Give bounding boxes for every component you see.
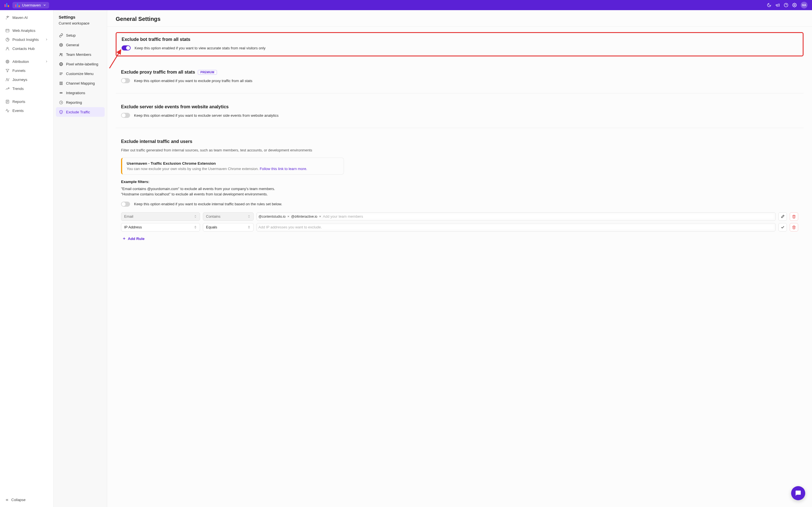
- nav-item-events[interactable]: Events: [2, 106, 51, 115]
- select-arrows-icon: [248, 215, 251, 218]
- subnav-label: Exclude Traffic: [66, 110, 90, 114]
- remove-tag-button[interactable]: ×: [319, 214, 321, 219]
- rule-row: IP Address Equals: [121, 223, 798, 231]
- nav-item-attribution[interactable]: Attribution: [2, 57, 51, 66]
- subnav-label: Customize Menu: [66, 72, 94, 76]
- nav-item-contacts-hub[interactable]: Contacts Hub: [2, 44, 51, 53]
- select-arrows-icon: [194, 215, 197, 218]
- primary-nav: Maven AIWeb AnalyticsProduct InsightsCon…: [0, 10, 54, 507]
- subnav-item-exclude-traffic[interactable]: Exclude Traffic: [56, 107, 105, 117]
- svg-point-8: [6, 60, 9, 63]
- subnav-title: Settings: [56, 15, 105, 21]
- nav-item-journeys[interactable]: Journeys: [2, 75, 51, 84]
- chat-fab[interactable]: [791, 486, 805, 500]
- shield-icon: [59, 110, 63, 114]
- chevron-down-icon: [43, 3, 46, 7]
- subnav-item-channel-mapping[interactable]: Channel Mapping: [56, 78, 105, 88]
- app-header: Usermaven MA: [0, 0, 812, 10]
- remove-tag-button[interactable]: ×: [287, 214, 289, 219]
- page-title: General Settings: [107, 10, 812, 26]
- settings-button[interactable]: [792, 3, 797, 7]
- rule-value-text-input[interactable]: [259, 225, 774, 229]
- setting-description: Keep this option enabled if you want to …: [134, 46, 266, 50]
- rule-operator-select[interactable]: Equals: [203, 223, 254, 231]
- select-arrows-icon: [194, 226, 197, 229]
- subnav-item-customize-menu[interactable]: Customize Menu: [56, 69, 105, 78]
- learn-more-link[interactable]: Follow this link to learn more.: [260, 167, 307, 171]
- svg-point-10: [7, 61, 7, 61]
- edit-rule-button[interactable]: [778, 212, 787, 221]
- setting-description: Keep this option enabled if you want to …: [134, 113, 278, 118]
- rule-value-input[interactable]: [257, 223, 775, 231]
- collapse-sidebar-button[interactable]: Collapse: [2, 496, 51, 504]
- subnav-item-team-members[interactable]: Team Members: [56, 50, 105, 59]
- sparkle-icon: [5, 15, 10, 20]
- extension-callout: Usermaven - Traffic Exclusion Chrome Ext…: [121, 158, 344, 175]
- subnav-label: Integrations: [66, 91, 85, 95]
- exclude-server-section: Exclude server side events from website …: [116, 100, 804, 123]
- subnav-label: Channel Mapping: [66, 81, 95, 86]
- nav-label: Product Insights: [12, 38, 39, 42]
- example-header: Example filters:: [121, 180, 798, 184]
- subnav-item-general[interactable]: General: [56, 40, 105, 50]
- user-avatar[interactable]: MA: [801, 2, 808, 8]
- rule-value-input[interactable]: @contentstudio.io×@d4interactive.io×: [257, 212, 775, 221]
- exclude-server-toggle[interactable]: [121, 113, 130, 118]
- chevron-right-icon: [45, 38, 48, 41]
- exclude-proxy-section: Exclude proxy traffic from all stats PRE…: [116, 65, 804, 89]
- nav-label: Maven AI: [12, 15, 28, 20]
- announcements-button[interactable]: [775, 3, 780, 7]
- delete-rule-button[interactable]: [790, 223, 798, 231]
- rule-operator-select[interactable]: Contains: [203, 212, 254, 221]
- nav-label: Contacts Hub: [12, 47, 35, 51]
- nav-item-trends[interactable]: Trends: [2, 84, 51, 93]
- nav-item-funnels[interactable]: Funnels: [2, 66, 51, 75]
- delete-rule-button[interactable]: [790, 212, 798, 221]
- setting-description: Keep this option enabled if you want to …: [134, 202, 282, 206]
- nav-item-reports[interactable]: Reports: [2, 97, 51, 106]
- plus-icon: [122, 237, 126, 240]
- browser-icon: [5, 28, 10, 33]
- theme-toggle[interactable]: [767, 3, 771, 7]
- rule-field-select[interactable]: IP Address: [121, 223, 200, 231]
- workspace-selector[interactable]: Usermaven: [12, 2, 49, 8]
- nav-item-web-analytics[interactable]: Web Analytics: [2, 26, 51, 35]
- svg-point-17: [61, 54, 62, 54]
- subnav-item-reporting[interactable]: Reporting: [56, 98, 105, 107]
- chat-icon: [795, 490, 801, 496]
- exclude-bot-toggle[interactable]: [122, 45, 130, 51]
- pie-icon: [5, 37, 10, 42]
- globe-icon: [59, 62, 63, 66]
- subnav-item-setup[interactable]: Setup: [56, 31, 105, 40]
- confirm-rule-button[interactable]: [778, 223, 787, 231]
- setting-intro: Filter out traffic generated from intern…: [121, 148, 798, 153]
- subnav-subtitle: Current workspace: [56, 21, 105, 31]
- nav-label: Trends: [12, 87, 24, 91]
- setting-title: Exclude server side events from website …: [121, 104, 798, 109]
- svg-rect-5: [6, 29, 9, 32]
- subnav-item-pixel-white-labelling[interactable]: Pixel white-labelling: [56, 59, 105, 69]
- nav-label: Journeys: [12, 77, 28, 82]
- menu-icon: [59, 71, 63, 76]
- callout-title: Usermaven - Traffic Exclusion Chrome Ext…: [127, 161, 339, 166]
- add-rule-button[interactable]: Add Rule: [121, 234, 798, 244]
- rule-value-text-input[interactable]: [323, 214, 774, 219]
- workspace-name: Usermaven: [22, 3, 41, 7]
- nav-item-maven-ai[interactable]: Maven AI: [2, 13, 51, 22]
- exclude-proxy-toggle[interactable]: [121, 78, 130, 83]
- report2-icon: [59, 100, 63, 105]
- nav-item-product-insights[interactable]: Product Insights: [2, 35, 51, 44]
- svg-point-16: [60, 53, 61, 54]
- help-button[interactable]: [784, 3, 788, 7]
- exclude-internal-toggle[interactable]: [121, 202, 130, 207]
- setting-title: Exclude internal traffic and users: [121, 139, 798, 144]
- gear-icon: [59, 43, 63, 47]
- subnav-label: Team Members: [66, 52, 92, 57]
- subnav-item-integrations[interactable]: Integrations: [56, 88, 105, 98]
- rule-field-select[interactable]: Email: [121, 212, 200, 221]
- link-icon: [59, 33, 63, 38]
- nav-label: Attribution: [12, 59, 29, 64]
- map-icon: [59, 81, 63, 86]
- exclude-internal-section: Exclude internal traffic and users Filte…: [116, 135, 804, 249]
- nav-label: Web Analytics: [12, 29, 35, 33]
